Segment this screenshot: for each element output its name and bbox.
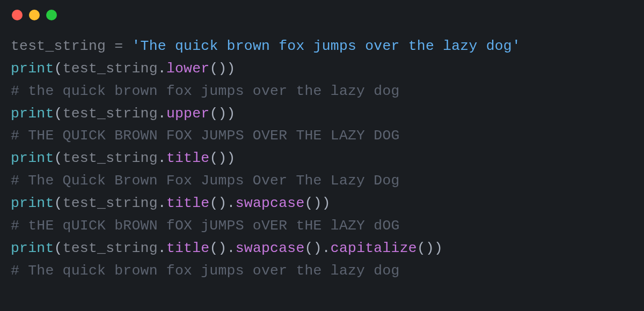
code-editor[interactable]: test_string = 'The quick brown fox jumps… <box>0 26 644 287</box>
code-token: # tHE qUICK bROWN fOX jUMPS oVER tHE lAZ… <box>11 218 400 234</box>
close-icon[interactable] <box>12 10 23 20</box>
code-token: test_string <box>63 240 158 256</box>
code-line[interactable]: test_string = 'The quick brown fox jumps… <box>11 35 633 58</box>
code-token: ( <box>54 240 63 256</box>
code-token: ( <box>54 106 63 122</box>
code-token: . <box>158 150 166 166</box>
code-token: title <box>166 240 210 256</box>
code-line[interactable]: # The quick brown fox jumps over the laz… <box>11 260 633 283</box>
code-token: test_string <box>63 61 158 77</box>
code-token: . <box>158 195 166 211</box>
code-line[interactable]: print(test_string.title().swapcase()) <box>11 192 633 215</box>
code-token: = <box>114 38 131 54</box>
code-token: . <box>158 106 166 122</box>
code-token: . <box>158 240 166 256</box>
code-line[interactable]: # tHE qUICK bROWN fOX jUMPS oVER tHE lAZ… <box>11 215 633 238</box>
code-token: test_string <box>63 106 158 122</box>
code-token: ()) <box>305 195 331 211</box>
titlebar <box>0 0 644 26</box>
code-token: title <box>166 195 210 211</box>
code-line[interactable]: # the quick brown fox jumps over the laz… <box>11 80 633 103</box>
code-token: swapcase <box>236 195 305 211</box>
code-line[interactable]: print(test_string.upper()) <box>11 103 633 125</box>
minimize-icon[interactable] <box>29 10 40 20</box>
code-token: ()) <box>417 240 443 256</box>
code-token: test_string <box>63 195 158 211</box>
code-line[interactable]: print(test_string.lower()) <box>11 58 633 80</box>
code-token: test_string <box>11 38 114 54</box>
code-token: # THE QUICK BROWN FOX JUMPS OVER THE LAZ… <box>11 128 400 144</box>
code-token: ( <box>54 195 63 211</box>
code-token: ( <box>54 150 63 166</box>
code-token: ( <box>54 61 63 77</box>
code-token: print <box>11 61 54 77</box>
code-token: ()) <box>209 61 235 77</box>
code-token: 'The quick brown fox jumps over the lazy… <box>131 38 521 54</box>
code-token: (). <box>305 240 331 256</box>
code-token: lower <box>166 61 210 77</box>
code-token: upper <box>166 106 210 122</box>
code-token: # The quick brown fox jumps over the laz… <box>11 263 400 279</box>
code-token: . <box>158 61 166 77</box>
code-token: # the quick brown fox jumps over the laz… <box>11 83 400 99</box>
code-line[interactable]: print(test_string.title()) <box>11 147 633 170</box>
code-token: print <box>11 106 54 122</box>
code-token: (). <box>209 195 235 211</box>
code-token: print <box>11 195 54 211</box>
code-line[interactable]: # The Quick Brown Fox Jumps Over The Laz… <box>11 170 633 192</box>
code-line[interactable]: print(test_string.title().swapcase().cap… <box>11 238 633 260</box>
code-token: swapcase <box>236 240 305 256</box>
code-token: capitalize <box>331 240 417 256</box>
code-token: (). <box>209 240 235 256</box>
code-line[interactable]: # THE QUICK BROWN FOX JUMPS OVER THE LAZ… <box>11 125 633 147</box>
maximize-icon[interactable] <box>46 10 57 20</box>
code-token: print <box>11 240 54 256</box>
code-token: ()) <box>209 150 235 166</box>
code-token: test_string <box>63 150 158 166</box>
code-token: ()) <box>209 106 235 122</box>
code-token: print <box>11 150 54 166</box>
code-token: # The Quick Brown Fox Jumps Over The Laz… <box>11 173 400 189</box>
code-token: title <box>166 150 210 166</box>
